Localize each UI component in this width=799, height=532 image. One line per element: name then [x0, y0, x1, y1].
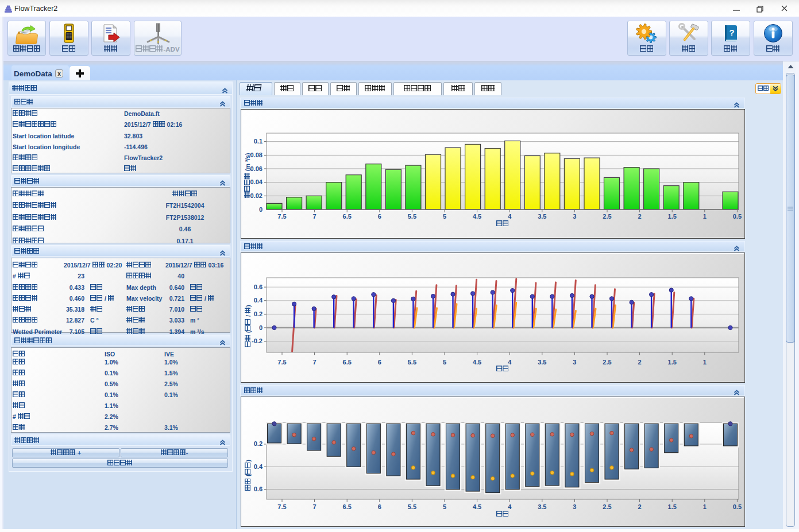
svg-text:6.5: 6.5 [343, 359, 352, 366]
svg-text:0.2: 0.2 [254, 440, 263, 447]
svg-text:0.4: 0.4 [254, 297, 263, 304]
svg-text:1: 1 [703, 213, 707, 220]
svg-text:7: 7 [313, 359, 316, 366]
svg-text:2.5: 2.5 [603, 359, 611, 366]
svg-text:0.6: 0.6 [254, 486, 263, 492]
svg-text:1: 1 [703, 503, 707, 510]
svg-text:3: 3 [573, 359, 576, 366]
svg-text:4.5: 4.5 [473, 503, 481, 510]
svg-text:-0.2: -0.2 [252, 337, 263, 344]
svg-text:4.5: 4.5 [473, 359, 481, 366]
svg-text:3.5: 3.5 [538, 503, 546, 510]
svg-text:1.5: 1.5 [668, 503, 677, 510]
svg-text:7.5: 7.5 [277, 213, 286, 220]
svg-text:3: 3 [573, 213, 576, 220]
svg-text:0.02: 0.02 [250, 192, 263, 199]
svg-text:5.5: 5.5 [408, 503, 416, 510]
svg-text:0.1: 0.1 [254, 138, 263, 145]
svg-text:6.5: 6.5 [343, 213, 352, 220]
svg-text:2.5: 2.5 [603, 503, 611, 510]
svg-text:6: 6 [378, 359, 381, 366]
svg-text:6.5: 6.5 [343, 503, 352, 510]
svg-text:3.5: 3.5 [538, 359, 546, 366]
svg-text:4: 4 [508, 213, 512, 220]
svg-text:4: 4 [508, 503, 512, 510]
svg-text:4.5: 4.5 [473, 213, 481, 220]
svg-text:7.5: 7.5 [277, 503, 286, 510]
svg-text:0.5: 0.5 [733, 503, 742, 510]
svg-text:1.5: 1.5 [668, 213, 677, 220]
svg-text:1: 1 [703, 359, 707, 366]
svg-text:7: 7 [313, 213, 316, 220]
svg-text:7.5: 7.5 [277, 359, 286, 366]
svg-text:1.5: 1.5 [668, 359, 677, 366]
svg-text:0.2: 0.2 [254, 310, 263, 317]
svg-text:7: 7 [313, 503, 316, 510]
svg-text:0.06: 0.06 [250, 165, 263, 172]
svg-text:2: 2 [638, 503, 642, 510]
svg-text:0.5: 0.5 [733, 213, 742, 220]
svg-text:5.5: 5.5 [408, 213, 416, 220]
svg-text:3.5: 3.5 [538, 213, 546, 220]
svg-text:5: 5 [443, 213, 446, 220]
svg-text:0.04: 0.04 [250, 178, 263, 185]
svg-text:6: 6 [378, 213, 381, 220]
svg-text:2: 2 [638, 359, 642, 366]
svg-text:?: ? [729, 28, 734, 37]
svg-text:0: 0 [259, 324, 263, 331]
svg-text:0.4: 0.4 [254, 463, 263, 470]
svg-text:4: 4 [508, 359, 512, 366]
svg-text:2.5: 2.5 [603, 213, 611, 220]
svg-text:0: 0 [259, 206, 263, 213]
svg-text:5: 5 [443, 359, 446, 366]
svg-text:6: 6 [378, 503, 381, 510]
svg-text:5.5: 5.5 [408, 359, 416, 366]
svg-text:0.6: 0.6 [254, 284, 263, 290]
svg-text:2: 2 [638, 213, 642, 220]
svg-text:3: 3 [573, 503, 576, 510]
svg-text:0.08: 0.08 [250, 152, 263, 158]
svg-text:5: 5 [443, 503, 446, 510]
